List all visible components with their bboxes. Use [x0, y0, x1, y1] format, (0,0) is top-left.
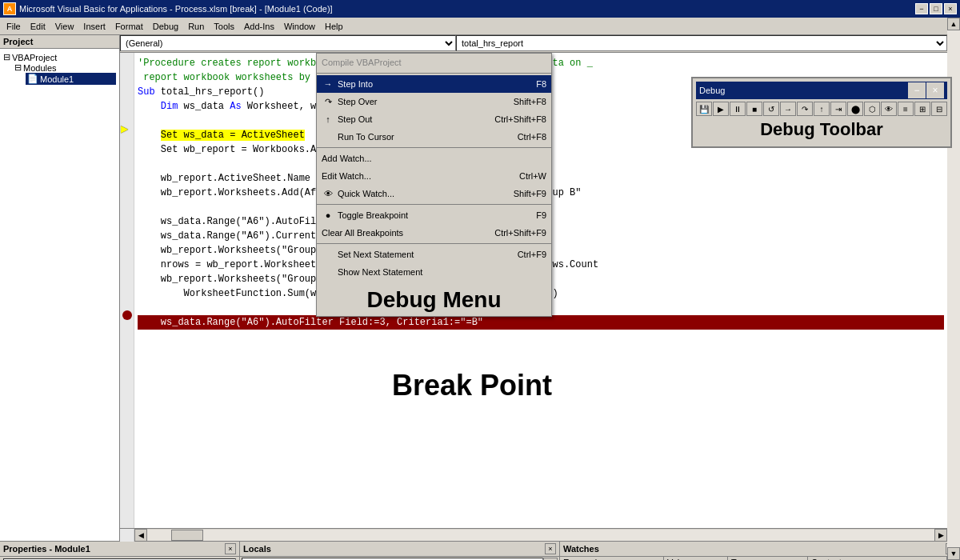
debug-toolbar-title-text: Debug	[699, 86, 725, 95]
edit-watch-label: Edit Watch...	[322, 171, 371, 181]
dtf-btn-step-over[interactable]: ↷	[797, 102, 813, 116]
watches-col-context: Context	[808, 557, 947, 560]
step-into-shortcut: F8	[536, 79, 546, 89]
debug-menu-sep4	[317, 243, 551, 244]
dtf-btn-pause[interactable]: ⏸	[730, 102, 746, 116]
properties-close-button[interactable]: ×	[225, 543, 236, 554]
watches-col-expression: Expression	[560, 557, 664, 560]
step-over-shortcut: Shift+F8	[514, 97, 546, 106]
step-out-shortcut: Ctrl+Shift+F8	[494, 114, 546, 124]
dtf-btn-cursor[interactable]: ⇥	[830, 102, 846, 116]
project-title: Project	[0, 35, 119, 49]
scroll-track-h[interactable]	[147, 530, 934, 541]
dtf-btn-watch[interactable]: 👁	[881, 102, 897, 116]
dtf-btn-play[interactable]: ▶	[713, 102, 729, 116]
margin-bar: ▶	[120, 53, 134, 528]
title-bar: A Microsoft Visual Basic for Application…	[0, 0, 960, 18]
locals-title: Locals	[243, 544, 271, 554]
code-scrollbar-h[interactable]: ◀ ▶	[120, 528, 960, 541]
tree-expand-1[interactable]: ⊟	[3, 52, 10, 62]
debug-menu-big-label: Debug Menu	[317, 281, 551, 316]
debug-menu-toggle-bp[interactable]: ● Toggle Breakpoint F9	[317, 206, 551, 224]
toggle-bp-label: Toggle Breakpoint	[338, 210, 408, 220]
code-area: (General) total_hrs_report ▶ 'Procedure …	[120, 35, 960, 541]
locals-close-button[interactable]: ×	[545, 543, 556, 554]
menu-format[interactable]: Format	[110, 18, 148, 34]
menu-addins[interactable]: Add-Ins	[239, 18, 279, 34]
menu-insert[interactable]: Insert	[78, 18, 110, 34]
debug-menu-step-over[interactable]: ↷ Step Over Shift+F8	[317, 93, 551, 110]
menu-debug[interactable]: Debug	[148, 18, 183, 34]
watches-header: Watches ×	[560, 542, 960, 557]
debug-menu-clear-bp[interactable]: Clear All Breakpoints Ctrl+Shift+F9	[317, 224, 551, 242]
locals-panel: Locals × … Expression Value Type +Module…	[240, 542, 560, 560]
module1-node[interactable]: Module1	[40, 74, 74, 84]
debug-menu-quick-watch[interactable]: 👁 Quick Watch... Shift+F9	[317, 185, 551, 202]
debug-menu-run-cursor[interactable]: Run To Cursor Ctrl+F8	[317, 128, 551, 146]
debug-toolbar-close[interactable]: ×	[926, 82, 944, 98]
menu-edit[interactable]: Edit	[26, 18, 50, 34]
scroll-thumb-h[interactable]	[171, 530, 203, 541]
debug-menu-sep1	[317, 73, 551, 74]
close-button[interactable]: ×	[944, 3, 957, 14]
menu-tools[interactable]: Tools	[209, 18, 239, 34]
debug-menu-set-next[interactable]: Set Next Statement Ctrl+F9	[317, 246, 551, 263]
set-next-label: Set Next Statement	[338, 250, 414, 259]
dtf-btn-reset[interactable]: ↺	[763, 102, 779, 116]
quick-watch-shortcut: Shift+F9	[514, 189, 546, 198]
execution-arrow-icon: ▶	[121, 123, 128, 134]
dtf-btn-stop[interactable]: ■	[746, 102, 762, 116]
dtf-btn-locals[interactable]: ≡	[898, 102, 914, 116]
dtf-btn-imm[interactable]: ⊞	[914, 102, 930, 116]
scroll-right-arrow[interactable]: ▶	[934, 529, 947, 542]
run-cursor-label: Run To Cursor	[338, 132, 394, 142]
code-content-wrapper: ▶ 'Procedure creates report workbook, fi…	[120, 53, 960, 528]
debug-menu-step-out[interactable]: ↑ Step Out Ctrl+Shift+F8	[317, 110, 551, 128]
code-toolbar: (General) total_hrs_report	[120, 35, 960, 53]
properties-title-bar: Properties - Module1 ×	[0, 542, 239, 557]
menu-view[interactable]: View	[50, 18, 79, 34]
tree-expand-2[interactable]: ⊟	[14, 62, 22, 73]
debug-menu: Compile VBAProject → Step Into F8 ↷ Step…	[316, 53, 552, 317]
menu-help[interactable]: Help	[320, 18, 348, 34]
project-panel: Project ⊟ VBAProject ⊟ Modules 📄 Module1	[0, 35, 120, 541]
step-over-label: Step Over	[338, 97, 378, 106]
procedure-select[interactable]: total_hrs_report	[456, 35, 947, 51]
watches-panel: Watches × Expression Value Type Context …	[560, 542, 960, 560]
dtf-btn-save[interactable]: 💾	[696, 102, 712, 116]
debug-menu-add-watch[interactable]: Add Watch...	[317, 150, 551, 167]
debug-toolbar-minimize[interactable]: −	[908, 82, 926, 98]
properties-panel: Properties - Module1 × Module1 Module ▾ …	[0, 542, 240, 560]
debug-menu-sep3	[317, 204, 551, 205]
project-tree: ⊟ VBAProject ⊟ Modules 📄 Module1	[3, 52, 116, 85]
debug-toolbar-big-label: Debug Toolbar	[696, 116, 947, 143]
app-icon: A	[3, 2, 16, 15]
step-into-icon: →	[322, 79, 334, 89]
watches-col-type: Type	[728, 557, 808, 560]
main-layout: Project ⊟ VBAProject ⊟ Modules 📄 Module1	[0, 35, 960, 541]
restore-button[interactable]: □	[930, 3, 942, 14]
debug-menu-edit-watch[interactable]: Edit Watch... Ctrl+W	[317, 167, 551, 185]
watches-scroll-up[interactable]: ▲	[947, 18, 960, 30]
dtf-btn-stk[interactable]: ⊟	[931, 102, 947, 116]
general-select[interactable]: (General)	[120, 35, 456, 51]
dtf-btn-step-into[interactable]: →	[780, 102, 796, 116]
debug-menu-show-next[interactable]: Show Next Statement	[317, 263, 551, 281]
minimize-button[interactable]: −	[915, 3, 928, 14]
menu-run[interactable]: Run	[183, 18, 209, 34]
step-out-icon: ↑	[322, 114, 334, 124]
step-over-icon: ↷	[322, 97, 334, 107]
dtf-btn-bp[interactable]: ⬤	[847, 102, 863, 116]
quick-watch-label: Quick Watch...	[338, 189, 394, 198]
debug-menu-sep2	[317, 147, 551, 148]
menu-window[interactable]: Window	[279, 18, 320, 34]
debug-menu-step-into[interactable]: → Step Into F8	[317, 75, 551, 93]
scroll-left-arrow[interactable]: ◀	[134, 529, 147, 542]
debug-menu-compile: Compile VBAProject	[317, 54, 551, 71]
watches-scroll-down[interactable]: ▼	[947, 547, 960, 560]
dtf-btn-step-out[interactable]: ↑	[814, 102, 830, 116]
toggle-bp-icon: ●	[322, 210, 334, 220]
compile-label: Compile VBAProject	[322, 58, 402, 67]
dtf-btn-clr-bp[interactable]: ⬡	[864, 102, 880, 116]
menu-file[interactable]: File	[2, 18, 26, 34]
